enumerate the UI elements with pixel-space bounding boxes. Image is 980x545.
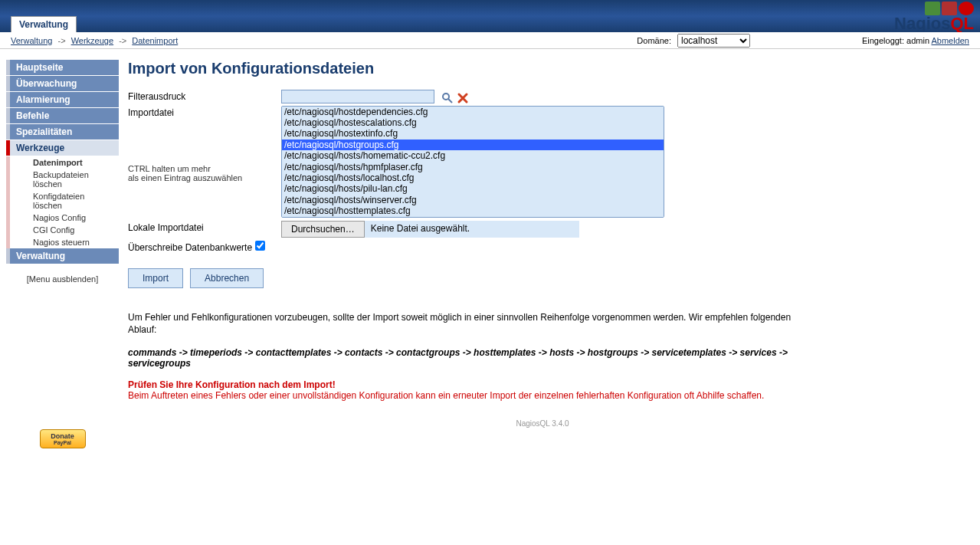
domain-label: Domäne: — [637, 36, 671, 45]
footer-version: NagiosQL 3.4.0 — [128, 419, 957, 428]
sidebar-sub-nagios-steuern[interactable]: Nagios steuern — [6, 236, 119, 248]
domain-select[interactable]: localhost — [677, 34, 750, 48]
sidebar-item-hauptseite[interactable]: Hauptseite — [6, 60, 119, 75]
cancel-button[interactable]: Abbrechen — [190, 268, 264, 288]
file-option[interactable]: /etc/nagiosql/hosts/hpmfplaser.cfg — [282, 162, 664, 172]
logo-area: NagiosQL — [894, 2, 974, 34]
sidebar-item-werkzeuge[interactable]: Werkzeuge — [6, 140, 119, 156]
no-file-text: Keine Datei ausgewählt. — [365, 221, 579, 238]
file-option[interactable]: /etc/nagiosql/hostescalations.cfg — [282, 117, 664, 128]
sidebar-item-ueberwachung[interactable]: Überwachung — [6, 76, 119, 91]
import-order-text: commands -> timeperiods -> contacttempla… — [128, 347, 818, 369]
sub-header: Verwaltung -> Werkzeuge -> Datenimport D… — [0, 32, 980, 49]
info-text: Um Fehler und Fehlkonfigurationen vorzub… — [128, 311, 818, 337]
import-button[interactable]: Import — [128, 268, 183, 288]
file-option[interactable]: /etc/nagiosql/hosts/homematic-ccu2.cfg — [282, 150, 664, 161]
donate-button[interactable]: Donate PayPal — [40, 429, 86, 448]
file-option[interactable]: /etc/nagiosql/hosts/pilu-lan.cfg — [282, 183, 664, 194]
clear-icon[interactable] — [457, 92, 469, 104]
overwrite-checkbox[interactable] — [255, 241, 265, 251]
sidebar: Hauptseite Überwachung Alarmierung Befeh… — [0, 49, 119, 448]
logout-link[interactable]: Abmelden — [931, 36, 969, 45]
file-option[interactable]: /etc/nagiosql/hostextinfo.cfg — [282, 128, 664, 139]
file-option[interactable]: /etc/nagiosql/hosts/localhost.cfg — [282, 172, 664, 183]
breadcrumb-datenimport[interactable]: Datenimport — [132, 36, 178, 45]
breadcrumb: Verwaltung -> Werkzeuge -> Datenimport — [11, 36, 178, 45]
file-option[interactable]: /etc/nagiosql/hostdependencies.cfg — [282, 107, 664, 117]
warning-text: Prüfen Sie Ihre Konfiguration nach dem I… — [128, 379, 818, 401]
sidebar-sub-nagios-config[interactable]: Nagios Config — [6, 212, 119, 224]
importfile-list[interactable]: /etc/nagiosql/hostdependencies.cfg/etc/n… — [281, 106, 664, 218]
sidebar-item-verwaltung[interactable]: Verwaltung — [6, 248, 119, 264]
filter-input[interactable] — [281, 90, 434, 103]
sidebar-sub-datenimport[interactable]: Datenimport — [6, 156, 119, 169]
file-option[interactable]: /etc/nagiosql/hosttemplates.cfg — [282, 205, 664, 216]
top-banner: Verwaltung NagiosQL — [0, 0, 980, 32]
login-status: Eingeloggt: admin Abmelden — [862, 36, 969, 45]
sidebar-item-alarmierung[interactable]: Alarmierung — [6, 92, 119, 107]
file-option[interactable]: /etc/nagiosql/servicedependencies.cfg — [282, 217, 664, 218]
sidebar-sub-cgi-config[interactable]: CGI Config — [6, 224, 119, 236]
ctrl-hint: CTRL halten um mehr als einen Eintrag au… — [128, 164, 281, 182]
breadcrumb-verwaltung[interactable]: Verwaltung — [11, 36, 52, 45]
localfile-label: Lokale Importdatei — [128, 221, 281, 233]
content: Import von Konfigurationsdateien Filtera… — [119, 49, 980, 448]
svg-line-1 — [448, 99, 452, 103]
sidebar-sub-konfig-loeschen[interactable]: Konfigdateien löschen — [6, 190, 119, 212]
sidebar-item-befehle[interactable]: Befehle — [6, 108, 119, 123]
header-tab[interactable]: Verwaltung — [11, 16, 77, 32]
importfile-label: Importdatei — [128, 106, 281, 118]
logo-text: NagiosQL — [894, 14, 974, 34]
overwrite-label: Überschreibe Datenbankwerte — [128, 241, 252, 253]
file-option[interactable]: /etc/nagiosql/hostgroups.cfg — [282, 140, 664, 150]
file-option[interactable]: /etc/nagiosql/hosts/winserver.cfg — [282, 195, 664, 205]
domain-selector: Domäne: localhost — [637, 34, 750, 48]
breadcrumb-werkzeuge[interactable]: Werkzeuge — [71, 36, 113, 45]
svg-point-0 — [443, 94, 449, 100]
sidebar-item-spezialitaeten[interactable]: Spezialitäten — [6, 124, 119, 140]
filter-label: Filterausdruck — [128, 90, 281, 102]
sidebar-sub-backup-loeschen[interactable]: Backupdateien löschen — [6, 169, 119, 190]
page-title: Import von Konfigurationsdateien — [128, 60, 957, 77]
browse-button[interactable]: Durchsuchen… — [281, 221, 365, 238]
search-icon[interactable] — [441, 92, 454, 104]
menu-hide-link[interactable]: [Menu ausblenden] — [6, 274, 119, 284]
